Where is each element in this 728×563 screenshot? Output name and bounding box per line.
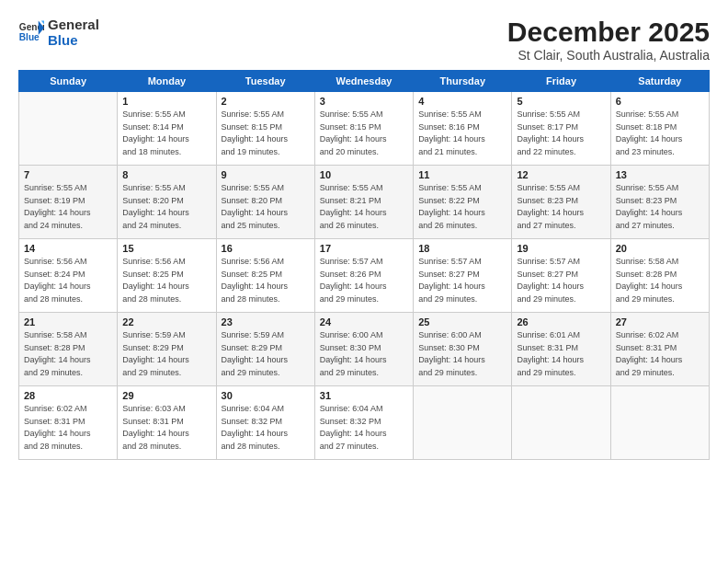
table-row: 13Sunrise: 5:55 AM Sunset: 8:23 PM Dayli… — [610, 166, 709, 239]
table-row: 20Sunrise: 5:58 AM Sunset: 8:28 PM Dayli… — [610, 239, 709, 313]
table-row: 28Sunrise: 6:02 AM Sunset: 8:31 PM Dayli… — [19, 386, 118, 460]
table-row: 19Sunrise: 5:57 AM Sunset: 8:27 PM Dayli… — [512, 239, 610, 313]
day-info: Sunrise: 5:55 AM Sunset: 8:22 PM Dayligh… — [418, 182, 506, 232]
calendar-table: Sunday Monday Tuesday Wednesday Thursday… — [18, 70, 710, 460]
day-number: 6 — [616, 96, 704, 107]
day-number: 30 — [222, 390, 310, 401]
title-area: December 2025 St Clair, South Australia,… — [507, 17, 710, 63]
logo-general: General — [48, 17, 99, 32]
table-row: 16Sunrise: 5:56 AM Sunset: 8:25 PM Dayli… — [216, 239, 314, 313]
table-row: 30Sunrise: 6:04 AM Sunset: 8:32 PM Dayli… — [216, 386, 314, 460]
table-row: 11Sunrise: 5:55 AM Sunset: 8:22 PM Dayli… — [414, 166, 512, 239]
table-row — [512, 386, 610, 460]
day-info: Sunrise: 5:57 AM Sunset: 8:27 PM Dayligh… — [517, 256, 605, 305]
day-number: 28 — [24, 390, 112, 401]
day-info: Sunrise: 5:55 AM Sunset: 8:20 PM Dayligh… — [122, 182, 210, 232]
day-info: Sunrise: 5:55 AM Sunset: 8:21 PM Dayligh… — [320, 182, 408, 232]
table-row: 5Sunrise: 5:55 AM Sunset: 8:17 PM Daylig… — [512, 92, 610, 166]
day-info: Sunrise: 6:02 AM Sunset: 8:31 PM Dayligh… — [616, 329, 704, 379]
table-row: 2Sunrise: 5:55 AM Sunset: 8:15 PM Daylig… — [216, 92, 314, 166]
day-number: 17 — [320, 243, 408, 254]
day-info: Sunrise: 6:03 AM Sunset: 8:31 PM Dayligh… — [122, 403, 210, 453]
day-info: Sunrise: 6:04 AM Sunset: 8:32 PM Dayligh… — [222, 403, 310, 453]
table-row: 29Sunrise: 6:03 AM Sunset: 8:31 PM Dayli… — [118, 386, 216, 460]
day-number: 26 — [517, 316, 605, 327]
table-row: 17Sunrise: 5:57 AM Sunset: 8:26 PM Dayli… — [314, 239, 413, 313]
day-info: Sunrise: 5:58 AM Sunset: 8:28 PM Dayligh… — [24, 329, 112, 379]
day-info: Sunrise: 5:55 AM Sunset: 8:23 PM Dayligh… — [517, 182, 605, 232]
day-info: Sunrise: 6:01 AM Sunset: 8:31 PM Dayligh… — [517, 329, 605, 379]
calendar-week-row: 21Sunrise: 5:58 AM Sunset: 8:28 PM Dayli… — [19, 313, 710, 386]
day-number: 24 — [320, 316, 408, 327]
header-wednesday: Wednesday — [314, 71, 413, 92]
table-row — [414, 386, 512, 460]
day-number: 18 — [418, 243, 506, 254]
header-monday: Monday — [118, 71, 216, 92]
day-number: 4 — [418, 96, 506, 107]
table-row: 4Sunrise: 5:55 AM Sunset: 8:16 PM Daylig… — [414, 92, 512, 166]
day-number: 1 — [122, 96, 210, 107]
day-info: Sunrise: 5:55 AM Sunset: 8:17 PM Dayligh… — [517, 109, 605, 158]
table-row: 15Sunrise: 5:56 AM Sunset: 8:25 PM Dayli… — [118, 239, 216, 313]
calendar-week-row: 1Sunrise: 5:55 AM Sunset: 8:14 PM Daylig… — [19, 92, 710, 166]
logo-blue: Blue — [48, 32, 78, 48]
calendar-header-row: Sunday Monday Tuesday Wednesday Thursday… — [19, 71, 710, 92]
day-info: Sunrise: 5:55 AM Sunset: 8:20 PM Dayligh… — [222, 182, 310, 232]
day-info: Sunrise: 5:55 AM Sunset: 8:15 PM Dayligh… — [222, 109, 310, 158]
table-row: 26Sunrise: 6:01 AM Sunset: 8:31 PM Dayli… — [512, 313, 610, 386]
day-number: 27 — [616, 316, 704, 327]
day-number: 8 — [122, 169, 210, 180]
table-row: 23Sunrise: 5:59 AM Sunset: 8:29 PM Dayli… — [216, 313, 314, 386]
table-row: 27Sunrise: 6:02 AM Sunset: 8:31 PM Dayli… — [610, 313, 709, 386]
logo-text: General Blue — [48, 17, 99, 49]
day-number: 3 — [320, 96, 408, 107]
sub-title: St Clair, South Australia, Australia — [507, 48, 710, 63]
svg-text:Blue: Blue — [19, 33, 40, 43]
table-row: 24Sunrise: 6:00 AM Sunset: 8:30 PM Dayli… — [314, 313, 413, 386]
day-number: 29 — [122, 390, 210, 401]
table-row: 12Sunrise: 5:55 AM Sunset: 8:23 PM Dayli… — [512, 166, 610, 239]
day-number: 15 — [122, 243, 210, 254]
day-info: Sunrise: 5:55 AM Sunset: 8:23 PM Dayligh… — [616, 182, 704, 232]
day-info: Sunrise: 5:55 AM Sunset: 8:16 PM Dayligh… — [418, 109, 506, 158]
main-title: December 2025 — [507, 17, 710, 48]
table-row: 10Sunrise: 5:55 AM Sunset: 8:21 PM Dayli… — [314, 166, 413, 239]
table-row: 1Sunrise: 5:55 AM Sunset: 8:14 PM Daylig… — [118, 92, 216, 166]
header-sunday: Sunday — [19, 71, 118, 92]
header-friday: Friday — [512, 71, 610, 92]
day-number: 10 — [320, 169, 408, 180]
table-row: 25Sunrise: 6:00 AM Sunset: 8:30 PM Dayli… — [414, 313, 512, 386]
day-info: Sunrise: 5:59 AM Sunset: 8:29 PM Dayligh… — [222, 329, 310, 379]
day-number: 12 — [517, 169, 605, 180]
day-info: Sunrise: 5:59 AM Sunset: 8:29 PM Dayligh… — [122, 329, 210, 379]
calendar-week-row: 14Sunrise: 5:56 AM Sunset: 8:24 PM Dayli… — [19, 239, 710, 313]
day-number: 21 — [24, 316, 112, 327]
day-number: 23 — [222, 316, 310, 327]
day-info: Sunrise: 5:55 AM Sunset: 8:18 PM Dayligh… — [616, 109, 704, 158]
day-info: Sunrise: 6:02 AM Sunset: 8:31 PM Dayligh… — [24, 403, 112, 453]
day-number: 16 — [222, 243, 310, 254]
header-tuesday: Tuesday — [216, 71, 314, 92]
day-info: Sunrise: 5:55 AM Sunset: 8:14 PM Dayligh… — [122, 109, 210, 158]
day-info: Sunrise: 6:00 AM Sunset: 8:30 PM Dayligh… — [418, 329, 506, 379]
page: General Blue General Blue December 2025 … — [0, 0, 728, 563]
table-row: 14Sunrise: 5:56 AM Sunset: 8:24 PM Dayli… — [19, 239, 118, 313]
day-info: Sunrise: 6:00 AM Sunset: 8:30 PM Dayligh… — [320, 329, 408, 379]
day-info: Sunrise: 5:58 AM Sunset: 8:28 PM Dayligh… — [616, 256, 704, 305]
day-info: Sunrise: 5:55 AM Sunset: 8:15 PM Dayligh… — [320, 109, 408, 158]
calendar-week-row: 7Sunrise: 5:55 AM Sunset: 8:19 PM Daylig… — [19, 166, 710, 239]
day-info: Sunrise: 6:04 AM Sunset: 8:32 PM Dayligh… — [320, 403, 408, 453]
day-number: 22 — [122, 316, 210, 327]
day-number: 11 — [418, 169, 506, 180]
day-number: 5 — [517, 96, 605, 107]
table-row: 31Sunrise: 6:04 AM Sunset: 8:32 PM Dayli… — [314, 386, 413, 460]
day-number: 2 — [222, 96, 310, 107]
day-number: 31 — [320, 390, 408, 401]
day-number: 7 — [24, 169, 112, 180]
day-number: 14 — [24, 243, 112, 254]
header-thursday: Thursday — [414, 71, 512, 92]
day-number: 20 — [616, 243, 704, 254]
day-info: Sunrise: 5:57 AM Sunset: 8:27 PM Dayligh… — [418, 256, 506, 305]
day-info: Sunrise: 5:57 AM Sunset: 8:26 PM Dayligh… — [320, 256, 408, 305]
day-number: 9 — [222, 169, 310, 180]
